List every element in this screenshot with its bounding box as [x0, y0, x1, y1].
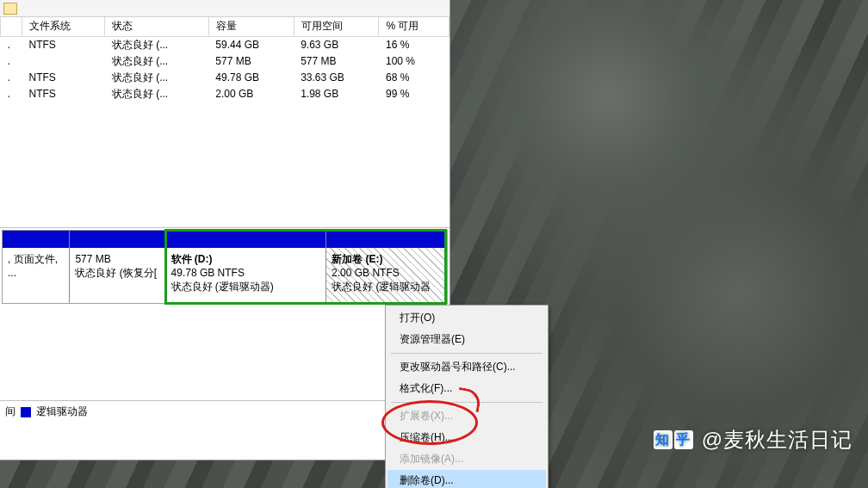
- menu-item[interactable]: 删除卷(D)...: [388, 470, 546, 488]
- table-row[interactable]: .状态良好 (...577 MB577 MB100 %: [1, 53, 450, 70]
- volume-block[interactable]: , 页面文件, ...: [3, 231, 69, 303]
- col-status[interactable]: 状态: [105, 17, 209, 36]
- toolbar: [0, 0, 450, 17]
- watermark: 知 乎 @麦秋生活日记: [654, 426, 852, 454]
- legend-swatch-logical: [21, 407, 31, 417]
- menu-item[interactable]: 格式化(F)...: [388, 378, 546, 399]
- col-pct[interactable]: % 可用: [379, 17, 450, 36]
- menu-item: 添加镜像(A)...: [388, 448, 546, 470]
- menu-separator: [391, 353, 542, 354]
- legend: 间 逻辑驱动器: [0, 400, 450, 423]
- toolbar-icon: [3, 3, 17, 15]
- volume-block[interactable]: 577 MB状态良好 (恢复分[: [69, 231, 164, 303]
- menu-item: 扩展卷(X)...: [388, 405, 546, 427]
- disk-row: , 页面文件, ...577 MB状态良好 (恢复分[软件 (D:)49.78 …: [2, 230, 448, 304]
- table-header-row: 文件系统 状态 容量 可用空间 % 可用: [1, 17, 450, 36]
- menu-separator: [391, 402, 542, 403]
- col-free[interactable]: 可用空间: [294, 17, 379, 36]
- context-menu: 打开(O)资源管理器(E)更改驱动器号和路径(C)...格式化(F)...扩展卷…: [385, 305, 549, 488]
- volume-block[interactable]: 新加卷 (E:)2.00 GB NTFS状态良好 (逻辑驱动器: [326, 231, 447, 303]
- volume-block[interactable]: 软件 (D:)49.78 GB NTFS状态良好 (逻辑驱动器): [165, 231, 326, 303]
- zhihu-logo: 知 乎: [654, 430, 693, 449]
- menu-item[interactable]: 压缩卷(H)...: [388, 427, 546, 448]
- menu-item[interactable]: 资源管理器(E): [388, 329, 546, 350]
- col-capacity[interactable]: 容量: [208, 17, 294, 36]
- volume-map: , 页面文件, ...577 MB状态良好 (恢复分[软件 (D:)49.78 …: [0, 230, 450, 304]
- disk-management-window: 文件系统 状态 容量 可用空间 % 可用 .NTFS状态良好 (...59.44…: [0, 0, 450, 460]
- legend-prefix: 间: [5, 405, 16, 419]
- menu-item[interactable]: 更改驱动器号和路径(C)...: [388, 356, 546, 378]
- table-row[interactable]: .NTFS状态良好 (...2.00 GB1.98 GB99 %: [1, 86, 450, 102]
- legend-label-logical: 逻辑驱动器: [36, 405, 88, 419]
- table-row[interactable]: .NTFS状态良好 (...49.78 GB33.63 GB68 %: [1, 70, 450, 86]
- menu-item[interactable]: 打开(O): [388, 307, 546, 329]
- col-filesystem[interactable]: 文件系统: [22, 17, 105, 36]
- watermark-text: @麦秋生活日记: [702, 426, 852, 454]
- table-row[interactable]: .NTFS状态良好 (...59.44 GB9.63 GB16 %: [1, 36, 450, 53]
- volume-table: 文件系统 状态 容量 可用空间 % 可用 .NTFS状态良好 (...59.44…: [0, 17, 450, 228]
